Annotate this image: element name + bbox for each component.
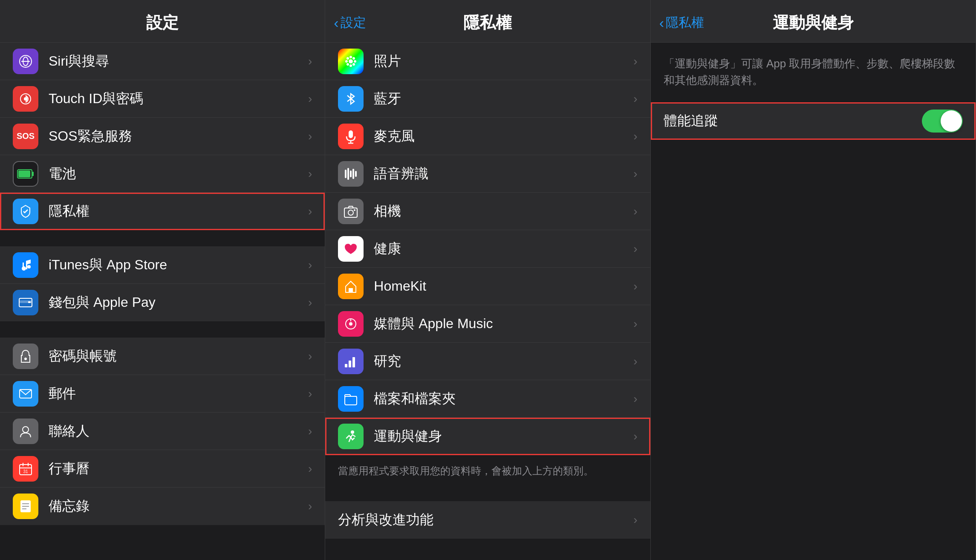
files-icon: [338, 386, 364, 412]
svg-point-33: [354, 60, 356, 63]
fitness-icon: [338, 424, 364, 449]
notes-label: 備忘錄: [49, 497, 308, 516]
settings-item-calendar[interactable]: 31 行事曆 ›: [0, 450, 325, 488]
camera-icon: [338, 199, 364, 224]
settings-header: 設定: [0, 0, 325, 43]
touchid-label: Touch ID與密碼: [49, 89, 308, 108]
photos-chevron: ›: [633, 55, 637, 68]
settings-item-siri[interactable]: Siri與搜尋 ›: [0, 43, 325, 80]
touchid-icon: [13, 86, 38, 112]
settings-item-itunes[interactable]: iTunes與 App Store ›: [0, 246, 325, 284]
speech-icon: [338, 161, 364, 187]
fitness-title: 運動與健身: [773, 12, 854, 34]
privacy-item-microphone[interactable]: 麥克風 ›: [325, 118, 650, 155]
settings-item-privacy[interactable]: 隱私權 ›: [0, 193, 325, 230]
privacy-item-health[interactable]: 健康 ›: [325, 230, 650, 268]
settings-scroll[interactable]: Siri與搜尋 › Touch ID與密碼 › SOS SOS緊急服務 ›: [0, 43, 325, 560]
settings-item-notes[interactable]: 備忘錄 ›: [0, 488, 325, 525]
privacy-back-button[interactable]: ‹ 設定: [334, 14, 366, 32]
panel-settings: 設定 Siri與搜尋 › Touch ID與密碼 ›: [0, 0, 325, 560]
privacy-item-files[interactable]: 檔案和檔案夾 ›: [325, 380, 650, 418]
homekit-chevron: ›: [633, 280, 637, 293]
svg-rect-16: [28, 301, 31, 303]
wallet-chevron: ›: [308, 296, 312, 309]
svg-point-31: [349, 64, 352, 67]
settings-title: 設定: [146, 12, 179, 34]
analytics-chevron: ›: [633, 513, 637, 527]
privacy-item-fitness[interactable]: 運動與健身 ›: [325, 418, 650, 455]
media-chevron: ›: [633, 317, 637, 331]
svg-point-37: [352, 63, 355, 66]
siri-chevron: ›: [308, 55, 312, 68]
speech-chevron: ›: [633, 167, 637, 181]
contacts-chevron: ›: [308, 424, 312, 438]
svg-rect-42: [347, 168, 349, 180]
notes-chevron: ›: [308, 499, 312, 513]
settings-item-mail[interactable]: 郵件 ›: [0, 375, 325, 413]
fitness-toggle-switch[interactable]: [922, 110, 963, 133]
privacy-item-media[interactable]: 媒體與 Apple Music ›: [325, 305, 650, 343]
svg-rect-56: [345, 396, 357, 405]
fitness-toggle-label: 體能追蹤: [664, 112, 922, 130]
svg-rect-45: [355, 171, 357, 177]
health-chevron: ›: [633, 242, 637, 256]
files-label: 檔案和檔案夾: [374, 390, 633, 408]
health-label: 健康: [374, 240, 633, 258]
svg-rect-49: [349, 288, 353, 292]
privacy-scroll[interactable]: 照片 › 藍牙 › 麥克風 ›: [325, 43, 650, 560]
fitness-label: 運動與健身: [374, 427, 633, 446]
sos-chevron: ›: [308, 130, 312, 143]
svg-point-10: [27, 265, 31, 268]
privacy-icon: [13, 199, 38, 224]
analytics-section: 分析與改進功能 ›: [325, 501, 650, 539]
mail-label: 郵件: [49, 384, 308, 403]
privacy-item-homekit[interactable]: HomeKit ›: [325, 268, 650, 305]
privacy-item-analytics[interactable]: 分析與改進功能 ›: [325, 501, 650, 539]
calendar-label: 行事曆: [49, 459, 308, 478]
privacy-back-label: 設定: [341, 14, 366, 32]
bluetooth-chevron: ›: [633, 92, 637, 106]
privacy-item-bluetooth[interactable]: 藍牙 ›: [325, 80, 650, 118]
settings-item-sos[interactable]: SOS SOS緊急服務 ›: [0, 118, 325, 155]
bluetooth-icon: [338, 86, 364, 112]
gap3: [325, 486, 650, 501]
privacy-item-photos[interactable]: 照片 ›: [325, 43, 650, 80]
photos-icon: [338, 49, 364, 74]
privacy-item-research[interactable]: 研究 ›: [325, 343, 650, 380]
svg-text:31: 31: [23, 469, 28, 474]
photos-label: 照片: [374, 52, 633, 71]
settings-item-password[interactable]: 密碼與帳號 ›: [0, 338, 325, 375]
settings-item-touchid[interactable]: Touch ID與密碼 ›: [0, 80, 325, 118]
privacy-item-speech[interactable]: 語音辨識 ›: [325, 155, 650, 193]
sos-label: SOS緊急服務: [49, 127, 308, 146]
mail-chevron: ›: [308, 387, 312, 401]
svg-rect-38: [349, 130, 353, 138]
svg-point-29: [349, 59, 353, 64]
svg-point-17: [24, 358, 27, 360]
svg-point-19: [23, 427, 29, 433]
svg-point-34: [347, 57, 349, 60]
settings-group1: Siri與搜尋 › Touch ID與密碼 › SOS SOS緊急服務 ›: [0, 43, 325, 230]
svg-rect-6: [32, 172, 34, 176]
camera-chevron: ›: [633, 205, 637, 218]
microphone-label: 麥克風: [374, 127, 633, 146]
fitness-back-button[interactable]: ‹ 隱私權: [659, 14, 704, 32]
svg-rect-41: [345, 170, 347, 178]
fitness-description: 「運動與健身」可讓 App 取用身體動作、步數、爬樓梯段數和其他感測器資料。: [651, 43, 976, 97]
settings-item-battery[interactable]: 電池 ›: [0, 155, 325, 193]
research-icon: [338, 349, 364, 374]
settings-item-wallet[interactable]: 錢包與 Apple Pay ›: [0, 284, 325, 321]
settings-item-contacts[interactable]: 聯絡人 ›: [0, 413, 325, 450]
fitness-toggle-row[interactable]: 體能追蹤: [651, 102, 976, 140]
privacy-item-camera[interactable]: 相機 ›: [325, 193, 650, 230]
privacy-title: 隱私權: [463, 12, 512, 34]
privacy-chevron: ›: [308, 205, 312, 218]
fitness-chevron: ›: [633, 430, 637, 443]
settings-group2: iTunes與 App Store › 錢包與 Apple Pay ›: [0, 246, 325, 321]
notes-icon: [13, 494, 38, 519]
svg-rect-54: [349, 361, 351, 367]
fitness-scroll[interactable]: 「運動與健身」可讓 App 取用身體動作、步數、爬樓梯段數和其他感測器資料。 體…: [651, 43, 976, 560]
privacy-list: 照片 › 藍牙 › 麥克風 ›: [325, 43, 650, 455]
microphone-icon: [338, 124, 364, 149]
fitness-toggle-knob: [941, 110, 962, 132]
